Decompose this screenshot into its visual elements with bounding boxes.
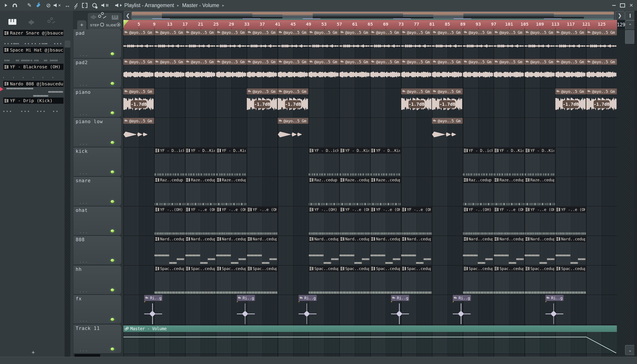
clip-header[interactable]: Spac..cedup <box>556 266 586 272</box>
scroll-up-button[interactable]: ⌃ <box>625 20 635 30</box>
track-mute-led[interactable] <box>110 347 115 351</box>
pattern-clip-snare[interactable]: Raze..cedup <box>525 177 556 206</box>
clip-header[interactable]: @ayo..5 Gm <box>340 30 370 36</box>
clip-header[interactable]: @ayo..5 Gm <box>586 88 617 94</box>
timeline-ruler[interactable]: 5913172125293337414549535761656973778185… <box>124 20 617 30</box>
fx-clip-fx[interactable]: Ri..go <box>144 295 162 324</box>
paint-brush-icon[interactable] <box>34 0 42 10</box>
step-toggle[interactable] <box>100 23 104 26</box>
audio-clip-pad2[interactable]: @ayo..5 Gm <box>124 59 154 88</box>
audio-clip-piano[interactable]: @ayo..5 Gm-1.7dB <box>278 88 308 118</box>
audio-clip-pad2[interactable]: @ayo..5 Gm <box>525 59 556 88</box>
clip-header[interactable]: Raz..cedup <box>154 177 185 183</box>
pattern-clip-hh[interactable]: Spac..cedup <box>185 266 216 294</box>
clip-header[interactable]: @ayo..5 Gm <box>370 59 401 65</box>
pattern-clip-808[interactable]: Nard..cedup <box>247 236 278 265</box>
clip-header[interactable]: Raze..cedup <box>370 177 401 183</box>
audio-clip-pad2[interactable]: @ayo..5 Gm <box>185 59 216 88</box>
pattern-clip-808[interactable]: Nard..cedup <box>340 236 370 265</box>
clip-header[interactable]: YF - D..Kick) <box>185 148 216 154</box>
clip-header[interactable]: @ayo..5 Gm <box>185 59 216 65</box>
pattern-clip-808[interactable]: Nard..cedup <box>216 236 247 265</box>
audio-clip-pad2[interactable]: @ayo..5 Gm <box>278 59 308 88</box>
clip-header[interactable]: YF -..e (OH) <box>247 206 278 212</box>
track-options-dots[interactable]: ... <box>79 111 88 116</box>
track-options-dots[interactable]: ... <box>79 170 88 175</box>
clip-header[interactable]: @ayo..5 Gm <box>124 88 154 94</box>
track-options-dots[interactable]: ... <box>79 229 88 234</box>
track-mute-led[interactable] <box>110 82 115 86</box>
clip-header[interactable]: @ayo..5 Gm <box>463 59 494 65</box>
pattern-clip-kick[interactable]: YF - D..Kick) <box>525 148 556 176</box>
audio-clip-pad[interactable]: @ayo..5 Gm <box>247 30 278 58</box>
clip-header[interactable]: @ayo..5 Gm <box>401 59 432 65</box>
clip-header[interactable]: Spac..cedup <box>216 266 247 272</box>
playback-icon[interactable] <box>100 0 108 10</box>
fx-clip-fx[interactable]: Ri..go <box>546 295 563 324</box>
clip-header[interactable]: Nard..cedup <box>154 236 185 242</box>
pattern-clip-808[interactable]: Nard..cedup <box>463 236 494 265</box>
audio-clip-pad[interactable]: @ayo..5 Gm <box>556 30 586 58</box>
clip-header[interactable]: YF - D..Kick) <box>340 148 370 154</box>
track-options-dots[interactable]: ... <box>79 141 88 146</box>
maximize-button[interactable] <box>618 0 626 10</box>
slide-toggle[interactable] <box>116 23 120 26</box>
audio-clip-pad2[interactable]: @ayo..5 Gm <box>463 59 494 88</box>
audio-clip-piano-low[interactable]: @ayo..5 Gm <box>432 118 463 147</box>
audio-clip-piano[interactable]: @ayo..5 Gm-1.7dB <box>401 88 432 118</box>
clip-header[interactable]: Nard..cedup <box>401 236 432 242</box>
clip-header[interactable]: YF -..e (OH) <box>340 206 370 212</box>
clip-header[interactable]: @ayo..5 Gm <box>432 59 463 65</box>
close-button[interactable]: × <box>627 0 635 10</box>
pattern-clip-ohat[interactable]: YF -..(OH) <box>463 206 494 236</box>
clip-header[interactable]: @ayo..5 Gm <box>247 59 278 65</box>
clip-header[interactable]: @ayo..5 Gm <box>401 30 432 36</box>
clip-header[interactable]: YF -..(OH) <box>154 206 185 212</box>
track-mute-led[interactable] <box>110 288 115 292</box>
clip-header[interactable]: Spac..cedup <box>340 266 370 272</box>
pattern-clip-ohat[interactable]: YF -..e (OH) <box>556 206 586 236</box>
clip-header[interactable]: @ayo..5 Gm <box>494 59 524 65</box>
audio-clip-pad[interactable]: @ayo..5 Gm <box>340 30 370 58</box>
play-icon[interactable] <box>3 0 9 10</box>
clip-header[interactable]: Spac..cedup <box>401 266 432 272</box>
pattern-chip-2[interactable]: YF - Blackrose (OH) <box>3 64 64 70</box>
pattern-clip-hh[interactable]: Spac..cedup <box>494 266 524 294</box>
track-mute-led[interactable] <box>110 111 115 115</box>
clip-header[interactable]: @ayo..5 Gm <box>216 59 247 65</box>
track-header-kick[interactable]: kick... <box>74 148 121 176</box>
scroll-right-button[interactable]: ❯ <box>615 11 624 20</box>
pattern-clip-kick[interactable]: YF - D..Kick) <box>494 148 524 176</box>
clip-header[interactable]: YF -..e (OH) <box>401 206 432 212</box>
stretch-icon[interactable]: ↔ <box>64 0 71 10</box>
clip-header[interactable]: @ayo..5 Gm <box>463 30 494 36</box>
pattern-clip-808[interactable]: Nard..cedup <box>494 236 524 265</box>
clip-header[interactable]: @ayo..5 Gm <box>525 59 556 65</box>
clip-header[interactable]: YF -..(OH) <box>463 206 494 212</box>
playhead-flag[interactable] <box>124 20 129 29</box>
clip-header[interactable]: @ayo..5 Gm <box>278 30 308 36</box>
clip-header[interactable]: @ayo..5 Gm <box>185 30 216 36</box>
audio-clip-pad[interactable]: @ayo..5 Gm <box>525 30 556 58</box>
audio-clip-pad[interactable]: @ayo..5 Gm <box>278 30 308 58</box>
audio-clip-pad[interactable]: @ayo..5 Gm <box>432 30 463 58</box>
audio-clip-piano[interactable]: @ayo..5 Gm-1.7dB <box>586 88 617 118</box>
track-header-808[interactable]: 808... <box>74 236 121 265</box>
pattern-clip-snare[interactable]: Raze..cedup <box>494 177 524 206</box>
audio-clip-piano[interactable]: @ayo..5 Gm-1.7dB <box>432 88 463 118</box>
track-mute-led[interactable] <box>110 200 115 204</box>
track-header-pad2[interactable]: pad2... <box>74 59 121 88</box>
track-options-dots[interactable]: ... <box>79 318 88 322</box>
audio-clip-piano-low[interactable]: @ayo..5 Gm <box>278 118 308 147</box>
playlist-grid[interactable]: @ayo..5 Gm@ayo..5 Gm@ayo..5 Gm@ayo..5 Gm… <box>124 30 617 357</box>
audio-clip-pad[interactable]: @ayo..5 Gm <box>586 30 617 58</box>
track-options-dots[interactable]: ... <box>79 82 88 86</box>
clip-header[interactable]: Nard..cedup <box>494 236 524 242</box>
track-mute-led[interactable] <box>110 258 115 262</box>
pattern-clip-kick[interactable]: YF - D..ick) <box>308 148 339 176</box>
audio-clip-pad2[interactable]: @ayo..5 Gm <box>556 59 586 88</box>
audio-clip-pad2[interactable]: @ayo..5 Gm <box>494 59 524 88</box>
pattern-chip-3[interactable]: Nardo 808 @jbsaucedup <box>3 81 64 87</box>
pattern-clip-hh[interactable]: Spac..cedup <box>340 266 370 294</box>
scroll-down-button[interactable]: ⌄ <box>625 345 635 355</box>
